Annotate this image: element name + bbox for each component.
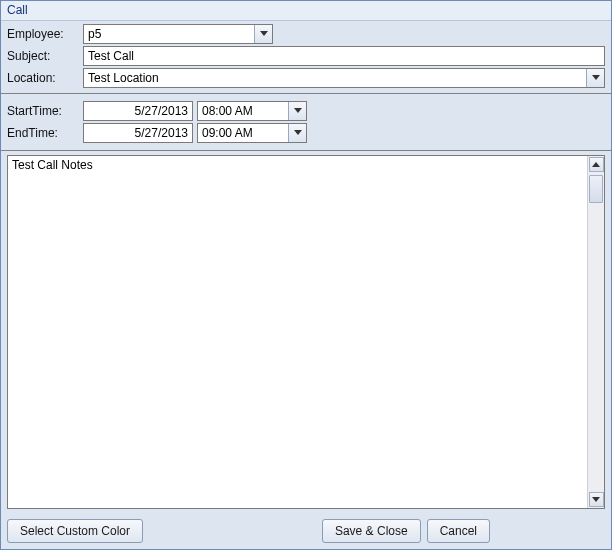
end-date-input[interactable] [83,123,193,143]
start-time-combo[interactable] [197,101,307,121]
scroll-thumb[interactable] [589,175,603,203]
end-time-label: EndTime: [7,126,79,140]
start-time-label: StartTime: [7,104,79,118]
end-time-input[interactable] [198,124,288,142]
call-dialog: Call Employee: Subject: Location: [0,0,612,550]
location-combo[interactable] [83,68,605,88]
notes-textarea[interactable] [8,156,587,508]
location-input[interactable] [84,69,586,87]
save-close-button[interactable]: Save & Close [322,519,421,543]
chevron-down-icon [260,31,268,37]
start-date-input[interactable] [83,101,193,121]
employee-row: Employee: [7,23,605,45]
chevron-down-icon [592,497,600,503]
start-time-row: StartTime: [7,100,605,122]
button-bar: Select Custom Color Save & Close Cancel [1,513,611,549]
employee-input[interactable] [84,25,254,43]
chevron-up-icon [592,162,600,168]
end-time-combo[interactable] [197,123,307,143]
location-row: Location: [7,67,605,89]
start-time-dropdown-button[interactable] [288,102,306,120]
scroll-up-button[interactable] [589,157,604,172]
subject-row: Subject: [7,45,605,67]
chevron-down-icon [592,75,600,81]
window-title: Call [1,1,611,21]
notes-area [7,155,605,509]
subject-input[interactable] [83,46,605,66]
subject-label: Subject: [7,49,79,63]
employee-combo[interactable] [83,24,273,44]
chevron-down-icon [294,130,302,136]
notes-scrollbar[interactable] [587,156,604,508]
scroll-down-button[interactable] [589,492,604,507]
end-time-row: EndTime: [7,122,605,144]
scroll-track[interactable] [588,173,604,491]
employee-label: Employee: [7,27,79,41]
action-buttons: Save & Close Cancel [322,519,490,543]
end-time-dropdown-button[interactable] [288,124,306,142]
employee-dropdown-button[interactable] [254,25,272,43]
location-label: Location: [7,71,79,85]
location-dropdown-button[interactable] [586,69,604,87]
time-section: StartTime: EndTime: [1,94,611,151]
form-header: Employee: Subject: Location: [1,21,611,94]
start-time-input[interactable] [198,102,288,120]
chevron-down-icon [294,108,302,114]
select-color-button[interactable]: Select Custom Color [7,519,143,543]
cancel-button[interactable]: Cancel [427,519,490,543]
